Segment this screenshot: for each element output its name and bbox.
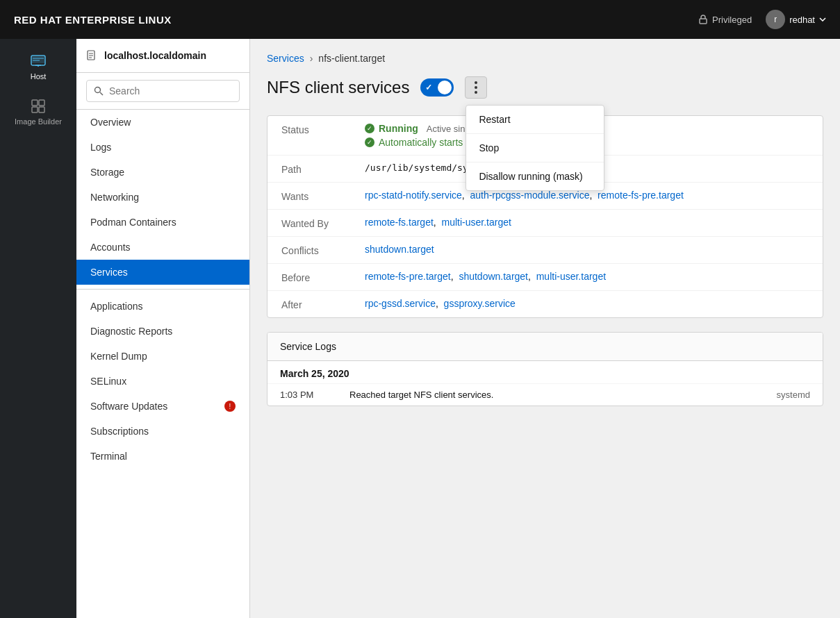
nav-item-kernel-dump[interactable]: Kernel Dump <box>76 344 249 369</box>
after-value: rpc-gssd.service, gssproxy.service <box>365 298 809 309</box>
nav-item-overview[interactable]: Overview <box>76 110 249 135</box>
svg-rect-7 <box>32 100 38 106</box>
auto-dot <box>365 137 374 147</box>
sidebar-item-image-builder[interactable]: Image Builder <box>0 91 76 133</box>
conflicts-link-0[interactable]: shutdown.target <box>365 244 434 255</box>
before-link-2[interactable]: multi-user.target <box>536 271 606 282</box>
wants-link-2[interactable]: remote-fs-pre.target <box>598 190 684 201</box>
nav-item-software-updates[interactable]: Software Updates ! <box>76 394 249 419</box>
lock-icon <box>698 15 708 24</box>
nav-item-terminal[interactable]: Terminal <box>76 444 249 469</box>
before-label: Before <box>281 271 365 283</box>
before-link-1[interactable]: shutdown.target <box>459 271 528 282</box>
path-label: Path <box>281 162 365 175</box>
running-label: Running <box>379 123 418 134</box>
kebab-menu-button[interactable]: Restart Stop Disallow running (mask) <box>465 76 487 99</box>
wanted-by-value: remote-fs.target, multi-user.target <box>365 217 809 228</box>
wants-link-1[interactable]: auth-rpcgss-module.service <box>470 190 589 201</box>
wanted-by-label: Wanted By <box>281 217 365 229</box>
conflicts-value: shutdown.target <box>365 244 809 255</box>
details-row-wanted-by: Wanted By remote-fs.target, multi-user.t… <box>267 210 823 237</box>
wanted-by-link-1[interactable]: multi-user.target <box>442 217 511 228</box>
main-content: Services › nfs-client.target NFS client … <box>250 39 840 618</box>
svg-rect-2 <box>32 56 44 63</box>
nav-item-subscriptions[interactable]: Subscriptions <box>76 419 249 444</box>
nav-item-selinux[interactable]: SELinux <box>76 369 249 394</box>
sidebar-item-host-label: Host <box>31 72 47 81</box>
nav-item-software-updates-label: Software Updates <box>90 401 167 412</box>
left-sidebar: Host Image Builder <box>0 39 76 618</box>
wants-value: rpc-statd-notify.service, auth-rpcgss-mo… <box>365 190 809 201</box>
avatar: r <box>766 10 785 29</box>
search-input[interactable] <box>86 80 240 102</box>
nav-item-services[interactable]: Services <box>76 260 249 285</box>
nav-item-storage[interactable]: Storage <box>76 160 249 185</box>
privileged-indicator: Privileged <box>698 15 752 25</box>
wants-link-0[interactable]: rpc-statd-notify.service <box>365 190 462 201</box>
dropdown-item-restart[interactable]: Restart <box>466 106 604 133</box>
page-title-row: NFS client services ✓ Restart Stop Disal… <box>267 76 823 99</box>
software-updates-badge: ! <box>224 401 236 412</box>
after-link-0[interactable]: rpc-gssd.service <box>365 298 436 309</box>
svg-rect-9 <box>32 107 38 112</box>
service-logs-header: Service Logs <box>267 333 823 361</box>
auto-label: Automatically starts <box>379 137 463 148</box>
breadcrumb-current: nfs-client.target <box>318 53 385 64</box>
conflicts-label: Conflicts <box>281 244 365 256</box>
breadcrumb-parent[interactable]: Services <box>267 53 304 64</box>
svg-rect-10 <box>39 107 44 112</box>
privileged-label: Privileged <box>712 15 752 25</box>
topbar: RED HAT ENTERPRISE LINUX Privileged r re… <box>0 0 840 39</box>
toggle-check-icon: ✓ <box>425 83 432 92</box>
user-menu[interactable]: r redhat <box>766 10 826 29</box>
nav-item-accounts[interactable]: Accounts <box>76 235 249 260</box>
sidebar-item-image-builder-label: Image Builder <box>15 117 62 126</box>
host-icon <box>30 53 47 69</box>
nav-item-networking[interactable]: Networking <box>76 185 249 210</box>
service-logs: Service Logs March 25, 2020 1:03 PM Reac… <box>267 332 823 406</box>
host-header: localhost.localdomain <box>76 39 249 73</box>
dropdown-item-stop[interactable]: Stop <box>466 133 604 162</box>
log-message: Reached target NFS client services. <box>349 390 748 400</box>
after-label: After <box>281 298 365 310</box>
breadcrumb-separator: › <box>310 53 313 64</box>
before-value: remote-fs-pre.target, shutdown.target, m… <box>365 271 809 282</box>
kebab-dots <box>475 81 477 94</box>
navigation: Overview Logs Storage Networking Podman … <box>76 110 249 469</box>
username-label: redhat <box>789 15 815 25</box>
log-source: systemd <box>755 390 810 400</box>
nav-item-diagnostic[interactable]: Diagnostic Reports <box>76 319 249 344</box>
nav-item-applications[interactable]: Applications <box>76 294 249 319</box>
toggle-knob <box>438 81 452 94</box>
breadcrumb: Services › nfs-client.target <box>267 53 823 64</box>
after-link-1[interactable]: gssproxy.service <box>444 298 516 309</box>
sidebar-item-host[interactable]: Host <box>0 46 76 87</box>
details-row-conflicts: Conflicts shutdown.target <box>267 237 823 264</box>
log-date: March 25, 2020 <box>267 361 823 383</box>
details-row-after: After rpc-gssd.service, gssproxy.service <box>267 291 823 317</box>
details-row-before: Before remote-fs-pre.target, shutdown.ta… <box>267 264 823 291</box>
wanted-by-link-0[interactable]: remote-fs.target <box>365 217 434 228</box>
svg-rect-0 <box>700 19 707 24</box>
chevron-down-icon <box>819 17 826 22</box>
host-name: localhost.localdomain <box>104 50 206 61</box>
service-toggle[interactable]: ✓ <box>420 78 454 97</box>
nav-divider <box>76 289 249 290</box>
nav-item-podman[interactable]: Podman Containers <box>76 210 249 235</box>
before-link-0[interactable]: remote-fs-pre.target <box>365 271 451 282</box>
log-entry-0: 1:03 PM Reached target NFS client servic… <box>267 383 823 406</box>
search-box <box>76 73 249 110</box>
nav-item-logs[interactable]: Logs <box>76 135 249 160</box>
right-nav: localhost.localdomain Overview Logs Stor… <box>76 39 250 618</box>
page-title: NFS client services <box>267 78 409 97</box>
dropdown-item-disallow[interactable]: Disallow running (mask) <box>466 162 604 190</box>
app-title: RED HAT ENTERPRISE LINUX <box>14 14 172 26</box>
host-file-icon <box>86 50 97 61</box>
wants-label: Wants <box>281 190 365 202</box>
dropdown-menu: Restart Stop Disallow running (mask) <box>466 105 604 191</box>
running-dot <box>365 124 374 133</box>
log-time: 1:03 PM <box>280 390 343 400</box>
topbar-right: Privileged r redhat <box>698 10 826 29</box>
image-builder-icon <box>30 98 47 115</box>
svg-rect-8 <box>39 100 44 106</box>
